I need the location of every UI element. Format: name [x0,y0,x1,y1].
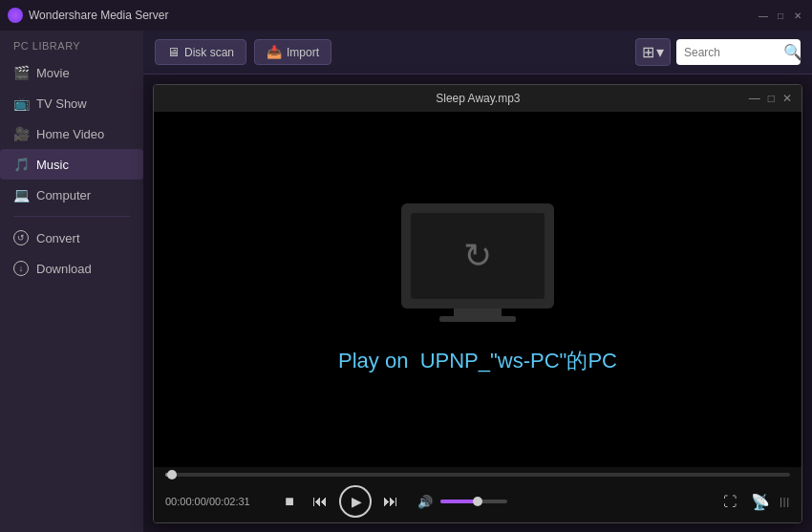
prev-button[interactable]: ⏮ [309,490,331,513]
volume-track[interactable] [440,500,507,503]
app-title: Wondershare Media Server [29,9,169,22]
movie-icon: 🎬 [13,65,29,80]
search-area: ⊞ ▾ 🔍 [635,38,801,66]
time-total: 00:02:31 [209,496,250,507]
grid-view-button[interactable]: ⊞ ▾ [635,38,671,66]
home-video-icon: 🎥 [13,126,29,141]
time-display: 00:00:00/00:02:31 [165,496,270,507]
download-label: Download [36,262,92,276]
controls-bar: 00:00:00/00:02:31 ■ ⏮ ▶ ⏭ 🔊 ⛶ [154,480,801,522]
refresh-icon: ↻ [463,236,492,276]
minimize-button[interactable]: — [757,9,770,22]
next-button[interactable]: ⏭ [379,490,402,513]
player-title: Sleep Away.mp3 [209,92,747,105]
sidebar-item-music[interactable]: 🎵 Music [0,149,143,180]
search-box: 🔍 [676,39,801,65]
titlebar: Wondershare Media Server — □ ✕ [0,0,812,31]
volume-thumb [473,497,482,506]
import-icon: 📥 [267,45,282,59]
cast-button[interactable]: 📡 [749,490,772,513]
pc-library-label: PC Library [0,31,143,57]
import-button[interactable]: 📥 Import [254,39,331,65]
app-icon [8,8,23,23]
tv-body: ↻ [401,203,554,309]
play-on-text: Play on UPNP_"ws-PC"的PC [338,347,617,375]
toolbar: 🖥 Disk scan 📥 Import ⊞ ▾ 🔍 [143,31,812,74]
sidebar-item-movie-label: Movie [36,66,70,80]
tv-base [439,316,516,322]
fullscreen-button[interactable]: ⛶ [718,490,741,513]
player-container: Sleep Away.mp3 — □ ✕ ↻ [143,74,812,532]
search-input[interactable] [684,46,780,59]
progress-bar-area [154,467,801,480]
sidebar-item-computer-label: Computer [36,188,91,202]
sidebar-item-home-video-label: Home Video [36,127,104,141]
player-screen: ↻ Play on UPNP_"ws-PC"的PC [154,112,801,467]
search-icon: 🔍 [783,43,802,61]
disk-scan-button[interactable]: 🖥 Disk scan [155,39,246,65]
content-area: 🖥 Disk scan 📥 Import ⊞ ▾ 🔍 [143,31,812,532]
music-icon: 🎵 [13,157,29,172]
signal-bars-icon: ||| [780,497,790,507]
player-maximize-button[interactable]: □ [766,92,777,105]
player-titlebar: Sleep Away.mp3 — □ ✕ [154,85,801,112]
main-layout: PC Library 🎬 Movie 📺 TV Show 🎥 Home Vide… [0,31,812,532]
sidebar-item-tv-show[interactable]: 📺 TV Show [0,88,143,118]
titlebar-left: Wondershare Media Server [8,8,169,23]
computer-icon: 💻 [13,187,29,202]
convert-icon: ↺ [13,230,29,245]
import-label: Import [287,46,319,59]
progress-track[interactable] [165,473,790,477]
volume-icon[interactable]: 🔊 [414,490,437,513]
sidebar-item-tv-label: TV Show [36,96,87,111]
maximize-button[interactable]: □ [774,9,787,22]
titlebar-controls: — □ ✕ [757,9,804,22]
disk-scan-icon: 🖥 [167,45,180,59]
download-icon: ↓ [13,261,29,276]
sidebar-item-computer[interactable]: 💻 Computer [0,180,143,210]
play-pause-button[interactable]: ▶ [339,485,372,518]
tv-screen-inner: ↻ [411,213,545,299]
stop-button[interactable]: ■ [278,490,301,513]
close-button[interactable]: ✕ [791,9,804,22]
tv-stand [454,309,502,316]
grid-chevron-icon: ▾ [656,43,664,61]
sidebar-item-download[interactable]: ↓ Download [0,253,143,284]
time-current: 00:00:00 [165,496,206,507]
player-titlebar-controls: — □ ✕ [747,92,794,105]
progress-thumb [167,470,177,479]
sidebar-divider [13,216,130,217]
disk-scan-label: Disk scan [184,46,234,59]
convert-label: Convert [36,231,80,245]
volume-area: 🔊 [414,490,507,513]
player-close-button[interactable]: ✕ [780,92,794,105]
sidebar-item-convert[interactable]: ↺ Convert [0,223,143,253]
tv-graphic: ↻ [392,203,564,328]
play-on-label: Play on [338,349,408,372]
device-name-label: UPNP_"ws-PC"的PC [420,349,617,372]
tv-icon: 📺 [13,96,29,111]
sidebar-item-music-label: Music [36,158,69,172]
grid-icon: ⊞ [642,43,654,61]
sidebar-item-home-video[interactable]: 🎥 Home Video [0,118,143,149]
player-window: Sleep Away.mp3 — □ ✕ ↻ [153,84,802,523]
player-minimize-button[interactable]: — [747,92,762,105]
sidebar-item-movie[interactable]: 🎬 Movie [0,57,143,88]
sidebar: PC Library 🎬 Movie 📺 TV Show 🎥 Home Vide… [0,31,143,532]
